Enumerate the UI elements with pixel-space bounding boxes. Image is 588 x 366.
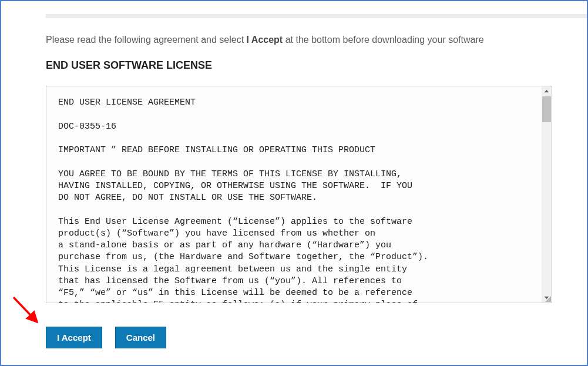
chevron-up-icon [544, 89, 549, 94]
license-textarea[interactable]: END USER LICENSE AGREEMENT DOC-0355-16 I… [46, 86, 552, 303]
instruction-suffix: at the bottom before downloading your so… [283, 35, 483, 45]
instruction-bold: I Accept [247, 35, 283, 45]
scrollbar-thumb[interactable] [542, 96, 551, 122]
license-heading: END USER SOFTWARE LICENSE [46, 59, 587, 72]
license-text-content: END USER LICENSE AGREEMENT DOC-0355-16 I… [58, 98, 428, 303]
button-row: I Accept Cancel [46, 327, 587, 348]
cancel-button[interactable]: Cancel [115, 327, 166, 348]
resize-grip[interactable] [543, 294, 552, 303]
instruction-prefix: Please read the following agreement and … [46, 35, 247, 45]
scrollbar-track[interactable] [542, 86, 552, 303]
scroll-up-button[interactable] [542, 86, 552, 96]
top-divider [46, 14, 587, 18]
accept-button[interactable]: I Accept [46, 327, 102, 348]
instruction-text: Please read the following agreement and … [46, 35, 587, 45]
